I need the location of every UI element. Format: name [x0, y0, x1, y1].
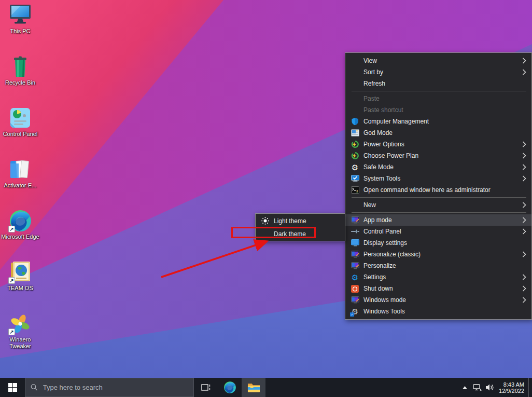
desktop-icon-label: Activator-E... [4, 182, 37, 189]
desktop-icon-winaero-tweaker[interactable]: ↗Winaero Tweaker [0, 311, 40, 363]
menu-item-label: Power Options [363, 141, 521, 148]
taskbar: 8:43 AM 12/9/2022 [0, 378, 532, 397]
menu-item-shut-down[interactable]: Shut down [345, 283, 531, 294]
windows-logo-icon [8, 383, 17, 392]
file-explorer-icon [247, 382, 260, 393]
cmd-admin-icon [351, 186, 359, 195]
network-icon [473, 384, 482, 391]
task-view-button[interactable] [194, 378, 218, 397]
settings-gear-icon: ⚙ [351, 273, 359, 282]
desktop-icon-label: Microsoft Edge [1, 234, 39, 240]
chevron-up-icon [462, 386, 468, 390]
start-button[interactable] [0, 378, 25, 397]
activator-icon [8, 157, 33, 181]
menu-item-windows-tools[interactable]: ⚙✓Windows Tools [345, 306, 531, 317]
menu-item-label: Safe Mode [363, 163, 521, 171]
desktop-icon-this-pc[interactable]: This PC [0, 3, 40, 54]
volume-tray-button[interactable] [483, 378, 496, 397]
menu-item-sort-by[interactable]: Sort by [345, 66, 531, 78]
menu-separator [352, 197, 526, 198]
menu-item-label: Choose Power Plan [363, 152, 521, 159]
menu-item-new[interactable]: New [345, 199, 531, 211]
menu-item-choose-power-plan[interactable]: Choose Power Plan [345, 150, 531, 161]
menu-item-god-mode[interactable]: God Mode [345, 127, 531, 139]
shortcut-arrow-overlay-icon: ↗ [8, 226, 15, 232]
menu-item-label: Light theme [274, 217, 334, 225]
desktop-icon-team-os[interactable]: ↗TEAM OS [0, 260, 40, 311]
menu-item-safe-mode[interactable]: ⚙Safe Mode [345, 161, 531, 173]
taskbar-clock[interactable]: 8:43 AM 12/9/2022 [496, 381, 528, 394]
power-plan-icon [351, 152, 359, 160]
menu-item-label: Windows mode [363, 296, 521, 304]
safe-mode-icon: ⚙ [351, 163, 359, 172]
menu-item-system-tools[interactable]: System Tools [345, 173, 531, 184]
menu-item-label: Windows Tools [363, 308, 521, 315]
desktop-icon-activator[interactable]: Activator-E... [0, 157, 40, 209]
menu-item-icon-empty [261, 229, 270, 238]
menu-item-label: Shut down [363, 285, 521, 292]
god-mode-icon [351, 129, 359, 138]
shortcut-arrow-overlay-icon: ↗ [8, 328, 15, 335]
windows-mode-icon [351, 296, 359, 305]
desktop-icon-label: This PC [10, 28, 30, 35]
menu-item-personalize[interactable]: Personalize [345, 260, 531, 271]
menu-item-display-settings[interactable]: Display settings [345, 237, 531, 249]
display-settings-icon [351, 239, 359, 248]
search-icon [31, 384, 38, 391]
submenu-chevron-icon [521, 153, 526, 159]
menu-item-icon-empty [351, 94, 359, 103]
menu-item-open-command-window-here-as-administrator[interactable]: Open command window here as administrato… [345, 184, 531, 196]
menu-item-control-panel[interactable]: Control Panel [345, 226, 531, 237]
menu-item-icon-empty [351, 106, 359, 115]
menu-item-computer-management[interactable]: Computer Management [345, 116, 531, 127]
menu-item-dark-theme[interactable]: Dark theme [256, 227, 345, 240]
menu-item-settings[interactable]: ⚙Settings [345, 271, 531, 283]
submenu-chevron-icon [521, 285, 526, 292]
clock-date: 12/9/2022 [499, 388, 524, 394]
this-pc-icon [8, 3, 33, 27]
show-hidden-icons-button[interactable] [458, 378, 471, 397]
menu-item-label: System Tools [363, 175, 521, 182]
menu-item-label: God Mode [363, 129, 521, 136]
desktop-icon-column: This PCRecycle BinControl PanelActivator… [0, 3, 40, 363]
edge-taskbar-button[interactable] [218, 378, 242, 397]
menu-item-label: Computer Management [363, 118, 521, 125]
shut-down-icon [351, 284, 359, 293]
menu-item-refresh[interactable]: Refresh [345, 78, 531, 89]
submenu-chevron-icon [521, 58, 526, 64]
windows-tools-icon: ⚙✓ [351, 307, 359, 316]
show-desktop-button[interactable] [528, 378, 532, 397]
team-os-icon: ↗ [8, 260, 33, 284]
menu-item-power-options[interactable]: Power Options [345, 139, 531, 150]
file-explorer-taskbar-button[interactable] [242, 378, 265, 397]
desktop-icon-label: Winaero Tweaker [1, 336, 40, 350]
submenu-chevron-icon [521, 69, 526, 75]
winaero-tweaker-icon: ↗ [8, 311, 33, 335]
clock-time: 8:43 AM [499, 381, 524, 388]
menu-item-windows-mode[interactable]: Windows mode [345, 294, 531, 306]
speaker-icon [485, 384, 494, 391]
submenu-chevron-icon [521, 228, 526, 235]
menu-item-paste: Paste [345, 93, 531, 104]
network-tray-button[interactable] [471, 378, 483, 397]
menu-item-label: Personalize [363, 262, 521, 269]
desktop-icon-control-panel[interactable]: Control Panel [0, 106, 40, 157]
menu-item-label: App mode [363, 216, 521, 224]
menu-item-label: Display settings [363, 239, 521, 247]
personalize-icon [351, 262, 359, 270]
menu-item-light-theme[interactable]: Light theme [256, 214, 345, 227]
control-panel-item-icon [351, 227, 359, 236]
menu-item-label: Dark theme [274, 230, 334, 238]
submenu-chevron-icon [521, 217, 526, 223]
menu-item-personalize-classic[interactable]: Personalize (classic) [345, 249, 531, 260]
taskbar-search-box[interactable] [25, 378, 194, 397]
desktop-icon-microsoft-edge[interactable]: ↗Microsoft Edge [0, 209, 40, 260]
menu-item-app-mode[interactable]: App mode [345, 214, 531, 226]
task-view-icon [201, 383, 211, 392]
desktop-icon-recycle-bin[interactable]: Recycle Bin [0, 54, 40, 106]
check-badge: ✓ [350, 312, 354, 317]
menu-item-label: Open command window here as administrato… [363, 186, 521, 194]
menu-item-view[interactable]: View [345, 55, 531, 66]
search-input[interactable] [43, 384, 188, 391]
submenu-chevron-icon [521, 274, 526, 280]
